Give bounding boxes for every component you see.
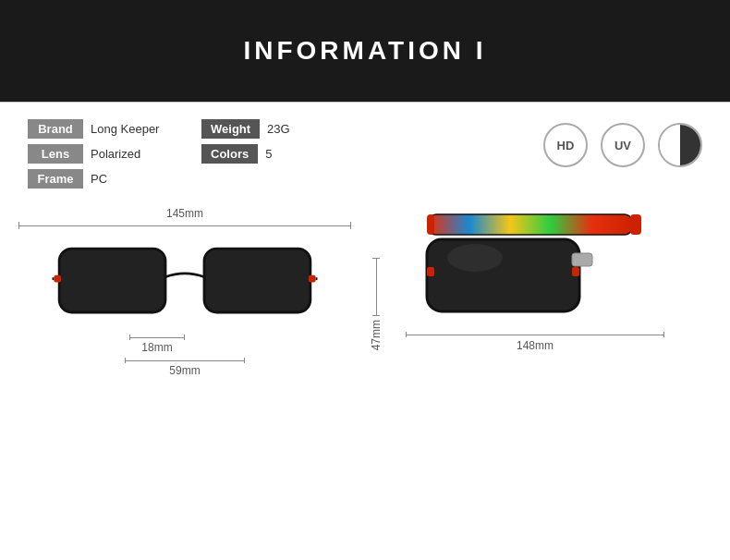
frame-value: PC bbox=[91, 172, 174, 186]
lens-row: Lens Polarized bbox=[28, 144, 174, 164]
half-dark bbox=[680, 125, 700, 165]
specs-grid: Brand Long Keeper Weight 23G Lens Polari… bbox=[28, 119, 350, 189]
weight-row: Weight 23G bbox=[201, 119, 350, 139]
glasses-front-svg bbox=[46, 231, 323, 333]
svg-rect-6 bbox=[429, 214, 632, 235]
svg-rect-0 bbox=[59, 249, 165, 312]
half-light bbox=[660, 125, 680, 165]
colors-row: Colors 5 bbox=[201, 144, 348, 164]
svg-rect-12 bbox=[427, 267, 434, 276]
uv-icon: UV bbox=[601, 123, 645, 167]
frame-row: Frame PC bbox=[28, 169, 350, 189]
svg-rect-3 bbox=[309, 275, 316, 283]
lens-tint-icon bbox=[658, 123, 702, 167]
svg-rect-9 bbox=[427, 239, 579, 311]
glasses-side-svg bbox=[392, 207, 678, 341]
side-height-label: 47mm bbox=[370, 320, 383, 350]
diagram-section: 145mm bbox=[0, 198, 730, 386]
svg-point-10 bbox=[447, 244, 503, 272]
front-bottom-left-label: 18mm bbox=[141, 341, 172, 354]
front-bottom-center-label: 59mm bbox=[169, 364, 200, 377]
colors-value: 5 bbox=[265, 147, 348, 161]
svg-rect-8 bbox=[630, 214, 641, 235]
front-top-label: 145mm bbox=[18, 207, 351, 220]
side-view-section: 47mm bbox=[370, 207, 712, 352]
svg-rect-13 bbox=[572, 267, 579, 276]
svg-rect-1 bbox=[204, 249, 310, 312]
frame-label: Frame bbox=[28, 169, 83, 189]
lens-value: Polarized bbox=[91, 147, 174, 161]
svg-rect-2 bbox=[54, 275, 61, 283]
brand-value: Long Keeper bbox=[91, 122, 174, 136]
glasses-front-wrap bbox=[18, 231, 351, 333]
front-top-line bbox=[18, 222, 351, 229]
svg-rect-11 bbox=[572, 253, 592, 266]
side-bottom-label: 148mm bbox=[517, 339, 554, 352]
brand-label: Brand bbox=[28, 119, 83, 139]
hd-icon: HD bbox=[543, 123, 588, 167]
front-view-container: 145mm bbox=[18, 207, 351, 377]
colors-label: Colors bbox=[201, 144, 258, 164]
info-section: Brand Long Keeper Weight 23G Lens Polari… bbox=[0, 103, 730, 198]
brand-row: Brand Long Keeper bbox=[28, 119, 174, 139]
page-header: INFORMATION I bbox=[0, 0, 730, 102]
svg-rect-7 bbox=[427, 214, 434, 235]
weight-value: 23G bbox=[267, 122, 350, 136]
tick-right bbox=[350, 222, 351, 229]
weight-label: Weight bbox=[201, 119, 260, 139]
page-title: INFORMATION I bbox=[243, 36, 486, 66]
line-top bbox=[19, 225, 350, 226]
lens-label: Lens bbox=[28, 144, 83, 164]
icons-right: HD UV bbox=[543, 119, 702, 167]
